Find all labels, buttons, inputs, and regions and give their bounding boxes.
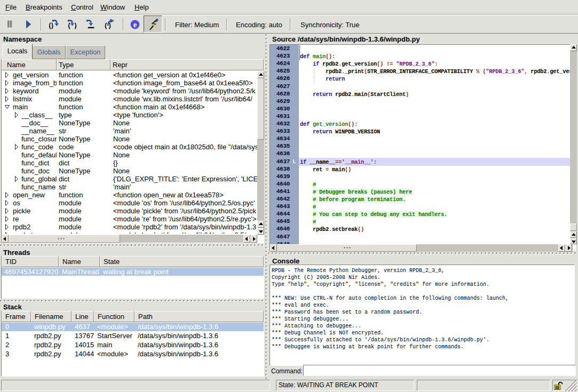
svg-text:e: e: [133, 20, 137, 29]
